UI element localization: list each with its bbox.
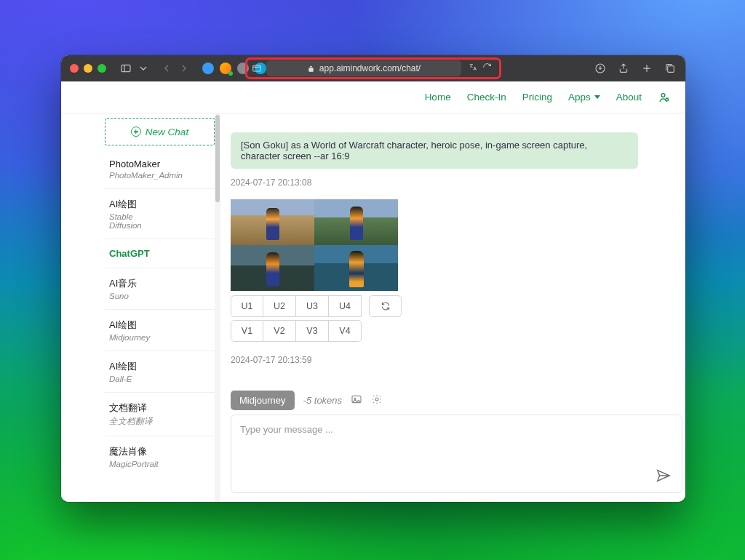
refresh-icon (381, 301, 391, 311)
sidebar-scrollbar[interactable] (215, 113, 220, 502)
sidebar-item-subtitle: MagicPortrait (109, 460, 212, 468)
svg-point-8 (375, 398, 378, 401)
top-nav: Home Check-In Pricing Apps About (61, 81, 685, 113)
chat-sidebar: New Chat PhotoMaker PhotoMaker_Admin AI绘… (105, 113, 218, 502)
browser-toolbar: app.aimindwork.com/chat/ (61, 55, 685, 81)
svg-rect-3 (668, 66, 674, 73)
share-icon[interactable] (617, 62, 630, 75)
message-input[interactable]: Type your message ... (231, 415, 682, 493)
u4-button[interactable]: U4 (329, 295, 362, 317)
sidebar-item-dalle[interactable]: AI绘图 Dall-E (105, 351, 215, 393)
variation-buttons: V1 V2 V3 V4 (231, 320, 682, 342)
token-cost: -5 tokens (303, 395, 342, 406)
plus-icon (131, 127, 141, 137)
sidebar-item-subtitle: Dall-E (109, 375, 212, 383)
url-text: app.aimindwork.com/chat/ (319, 63, 421, 73)
sidebar-item-doctranslate[interactable]: 文档翻译 全文档翻译 (105, 393, 215, 436)
sidebar-item-title: PhotoMaker (109, 159, 212, 169)
sidebar-item-title: AI绘图 (109, 198, 212, 211)
sidebar-item-subtitle: PhotoMaker_Admin (109, 171, 212, 180)
user-message-text: [Son Goku] as a World of Warcraft charac… (241, 140, 587, 161)
sidebar-item-midjourney[interactable]: AI绘图 Midjourney (105, 310, 215, 351)
website-settings-icon[interactable] (247, 63, 266, 73)
nav-checkin[interactable]: Check-In (467, 92, 506, 103)
image-variant-3[interactable] (231, 245, 314, 291)
nav-forward-icon[interactable] (178, 62, 191, 75)
image-attach-icon[interactable] (351, 393, 362, 407)
v1-button[interactable]: V1 (231, 320, 263, 342)
minimize-window-button[interactable] (84, 64, 92, 73)
nav-about[interactable]: About (616, 92, 642, 103)
reload-icon[interactable] (482, 63, 492, 74)
image-variant-4[interactable] (314, 245, 398, 291)
app-content: Home Check-In Pricing Apps About New Cha… (61, 81, 685, 502)
user-message-bubble: [Son Goku] as a World of Warcraft charac… (231, 132, 638, 169)
chevron-down-icon (594, 95, 600, 99)
account-icon[interactable] (658, 91, 671, 104)
sidebar-item-subtitle: Suno (109, 292, 212, 300)
image-variant-2[interactable] (314, 199, 398, 245)
generated-image-grid[interactable] (231, 199, 398, 291)
sidebar-item-title: 魔法肖像 (109, 445, 212, 458)
u3-button[interactable]: U3 (296, 295, 329, 317)
svg-point-4 (661, 93, 665, 97)
u2-button[interactable]: U2 (263, 295, 296, 317)
nav-home[interactable]: Home (425, 92, 451, 103)
settings-icon[interactable] (371, 393, 383, 407)
sidebar-item-suno[interactable]: AI音乐 Suno (105, 268, 215, 310)
chat-main: [Son Goku] as a World of Warcraft charac… (218, 113, 685, 502)
extension-icon-2[interactable] (220, 63, 231, 74)
zoom-window-button[interactable] (97, 64, 106, 73)
v2-button[interactable]: V2 (263, 320, 296, 342)
left-gutter (61, 113, 105, 502)
address-bar[interactable]: app.aimindwork.com/chat/ (266, 60, 461, 76)
sidebar-item-stable-diffusion[interactable]: AI绘图 Stable Diffusion (105, 189, 215, 239)
v3-button[interactable]: V3 (296, 320, 329, 342)
sidebar-item-magicportrait[interactable]: 魔法肖像 MagicPortrait (105, 436, 215, 477)
tab-overview-icon[interactable] (664, 62, 677, 75)
nav-back-icon[interactable] (160, 62, 173, 75)
timestamp: 2024-07-17 20:13:59 (231, 355, 682, 365)
safari-window: app.aimindwork.com/chat/ Home Check-In P… (61, 55, 685, 502)
sidebar-item-title: AI绘图 (109, 319, 212, 332)
composer: Midjourney -5 tokens Type your message .… (231, 385, 682, 502)
new-chat-label: New Chat (146, 127, 188, 137)
translate-icon[interactable] (469, 63, 478, 74)
extension-icon-1[interactable] (202, 63, 214, 74)
image-variant-1[interactable] (231, 199, 314, 245)
close-window-button[interactable] (70, 64, 79, 73)
window-controls (70, 64, 106, 73)
timestamp: 2024-07-17 20:13:08 (231, 177, 682, 188)
sidebar-item-title: AI绘图 (109, 360, 212, 373)
new-chat-button[interactable]: New Chat (105, 118, 215, 145)
v4-button[interactable]: V4 (329, 320, 362, 342)
chevron-down-icon[interactable] (137, 62, 150, 75)
sidebar-item-title: ChatGPT (109, 248, 212, 259)
nav-pricing[interactable]: Pricing (522, 92, 552, 103)
sidebar-toggle-icon[interactable] (119, 62, 132, 75)
input-placeholder: Type your message ... (240, 424, 333, 435)
send-button[interactable] (656, 468, 672, 484)
sidebar-item-subtitle: Stable Diffusion (109, 212, 212, 230)
address-bar-highlight: app.aimindwork.com/chat/ (245, 57, 501, 79)
paper-plane-icon (656, 468, 672, 484)
u1-button[interactable]: U1 (231, 295, 263, 317)
upscale-buttons: U1 U2 U3 U4 (231, 295, 682, 317)
sidebar-item-subtitle: Midjourney (109, 333, 212, 342)
svg-rect-1 (253, 65, 261, 71)
svg-rect-0 (121, 65, 130, 71)
new-tab-icon[interactable] (640, 62, 653, 75)
sidebar-item-photomaker[interactable]: PhotoMaker PhotoMaker_Admin (105, 150, 215, 189)
sidebar-item-title: 文档翻译 (109, 401, 212, 415)
macos-desktop: app.aimindwork.com/chat/ Home Check-In P… (0, 0, 745, 560)
downloads-icon[interactable] (594, 62, 607, 75)
reroll-button[interactable] (369, 295, 402, 317)
lock-icon (307, 65, 315, 73)
nav-apps[interactable]: Apps (568, 92, 600, 103)
model-chip[interactable]: Midjourney (231, 391, 295, 410)
sidebar-item-title: AI音乐 (109, 277, 212, 290)
sidebar-item-chatgpt[interactable]: ChatGPT (105, 239, 215, 268)
sidebar-item-subtitle: 全文档翻译 (109, 416, 212, 427)
